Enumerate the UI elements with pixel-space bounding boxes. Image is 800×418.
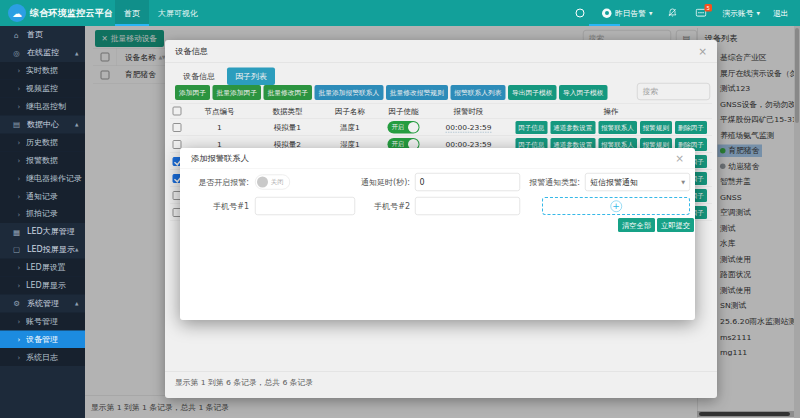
alarm-avatar-icon — [602, 8, 612, 18]
sidebar-item[interactable]: ▤ 数据中心 ▲ — [0, 115, 85, 133]
sidebar-item-icon: ▦ — [10, 227, 23, 236]
sidebar-item-icon: › — [15, 138, 23, 146]
sidebar-item-label: 通知记录 — [26, 191, 58, 202]
sidebar-item-icon: › — [15, 174, 23, 182]
plus-icon: + — [610, 200, 622, 212]
chevron-down-icon: ▼ — [681, 179, 685, 185]
collapse-caret-icon: ▲ — [75, 301, 78, 306]
sidebar-item[interactable]: › LED屏显示 ▲ — [0, 277, 85, 295]
sidebar-item-label: LED投屏显示 — [27, 244, 75, 255]
sidebar-item-icon: ⌂ — [10, 30, 23, 39]
sidebar-item-label: 实时数据 — [26, 65, 58, 76]
sidebar-item-label: 在线监控 — [27, 48, 59, 59]
sidebar-item-icon: › — [15, 210, 23, 218]
sidebar: ⌂ 首页 ▲ ◎ 在线监控 ▲ › 实时数据 ▲ › 视频监控 ▲ › 继电器控… — [0, 26, 85, 418]
collapse-caret-icon: ▲ — [75, 50, 78, 55]
close-icon[interactable]: × — [675, 153, 684, 164]
sidebar-item[interactable]: › 视频监控 ▲ — [0, 80, 85, 98]
sidebar-item-icon: › — [15, 282, 23, 290]
phone1-label: 手机号#1 — [188, 197, 249, 215]
alarm-menu-label: 昨日告警 — [615, 8, 646, 19]
sidebar-item[interactable]: › 通知记录 ▲ — [0, 187, 85, 205]
sidebar-item-label: LED大屏管理 — [27, 227, 75, 238]
sidebar-item-icon: › — [15, 192, 23, 200]
sidebar-item-label: 系统管理 — [27, 298, 59, 309]
sidebar-item[interactable]: › 报警数据 ▲ — [0, 151, 85, 169]
add-alarm-contact-modal: 添加报警联系人 × 是否开启报警: 关闭 通知延时(秒): 报警通知类型: 短信… — [180, 148, 695, 320]
modal-title: 添加报警联系人 — [191, 153, 675, 164]
sidebar-item-icon: › — [15, 85, 23, 93]
sidebar-item-label: 视频监控 — [26, 83, 58, 94]
sidebar-item[interactable]: ⌂ 首页 ▲ — [0, 26, 85, 44]
sidebar-item-label: 系统日志 — [26, 352, 58, 363]
sidebar-item[interactable]: › 历史数据 ▲ — [0, 133, 85, 151]
notify-interval-input[interactable] — [415, 173, 520, 191]
collapse-caret-icon: ▲ — [75, 247, 78, 252]
app-header: ☁ 综合环境监控云平台 首页大屏可视化 昨日告警 ▼ 5 演示账号 ▼ — [0, 0, 800, 26]
phone2-label: 手机号#2 — [340, 197, 410, 215]
sidebar-item-icon: › — [15, 317, 23, 325]
sidebar-item[interactable]: ◎ 在线监控 ▲ — [0, 44, 85, 62]
submit-button[interactable]: 立即提交 — [657, 218, 694, 232]
sidebar-item[interactable]: ⚙ 系统管理 ▲ — [0, 294, 85, 312]
alarm-menu[interactable]: 昨日告警 ▼ — [602, 0, 652, 26]
sidebar-item-label: 首页 — [27, 30, 43, 41]
sidebar-item[interactable]: › 设备管理 ▲ — [0, 330, 85, 348]
sidebar-item-label: 账号管理 — [26, 316, 58, 327]
sidebar-item[interactable]: › 账号管理 ▲ — [0, 312, 85, 330]
nav-item[interactable]: 大屏可视化 — [149, 0, 207, 26]
chevron-down-icon: ▼ — [649, 11, 652, 16]
cloud-logo-icon: ☁ — [8, 4, 26, 22]
account-label: 演示账号 — [723, 8, 754, 19]
sidebar-item-icon: ⚙ — [10, 299, 23, 308]
sidebar-item-label: 抓拍记录 — [26, 209, 58, 220]
header-nav: 首页大屏可视化 — [115, 0, 207, 26]
sidebar-item-icon: › — [15, 67, 23, 75]
app-title: 综合环境监控云平台 — [30, 0, 113, 26]
sidebar-item-label: 设备管理 — [26, 334, 58, 345]
sidebar-item[interactable]: › 系统日志 ▲ — [0, 348, 85, 366]
collapse-caret-icon: ▲ — [75, 122, 78, 127]
main-content: ✕批量移动设备 ▤ 设备名称▲▼ 育肥猪舍 显示第 1 到第 1 条记录，总共 … — [85, 26, 800, 418]
phone2-input[interactable] — [415, 197, 520, 215]
logout-button[interactable]: 退出 — [773, 8, 789, 19]
sidebar-item-icon: › — [15, 103, 23, 111]
message-icon[interactable]: 5 — [696, 9, 707, 18]
chevron-down-icon: ▼ — [757, 11, 760, 16]
enable-alarm-toggle[interactable]: 关闭 — [255, 175, 290, 190]
enable-alarm-label: 是否开启报警: — [188, 173, 249, 191]
notify-interval-label: 通知延时(秒): — [340, 173, 410, 191]
sidebar-item[interactable]: ▦ LED大屏管理 ▲ — [0, 223, 85, 241]
account-menu[interactable]: 演示账号 ▼ — [723, 0, 760, 26]
sidebar-item-label: 继电器控制 — [26, 101, 66, 112]
sidebar-item[interactable]: › 继电器操作记录 ▲ — [0, 169, 85, 187]
message-badge: 5 — [705, 4, 713, 12]
sidebar-item-icon: › — [15, 156, 23, 164]
sidebar-item-icon: ▢ — [10, 245, 23, 254]
sidebar-item-icon: › — [15, 264, 23, 272]
sidebar-item-icon: ◎ — [10, 48, 23, 57]
sidebar-item[interactable]: › 继电器控制 ▲ — [0, 98, 85, 116]
page: ☁ 综合环境监控云平台 首页大屏可视化 昨日告警 ▼ 5 演示账号 ▼ — [0, 0, 800, 418]
sidebar-item-label: 继电器操作记录 — [26, 173, 82, 184]
sidebar-item-label: LED屏设置 — [26, 262, 66, 273]
clear-all-button[interactable]: 清空全部 — [618, 218, 655, 232]
sidebar-item-label: 数据中心 — [27, 119, 59, 130]
sidebar-item-label: LED屏显示 — [26, 280, 66, 291]
fullscreen-icon[interactable] — [576, 9, 585, 18]
sidebar-item[interactable]: ▢ LED投屏显示 ▲ — [0, 241, 85, 259]
sidebar-item[interactable]: › 实时数据 ▲ — [0, 62, 85, 80]
sidebar-item-icon: › — [15, 335, 23, 343]
sidebar-item-icon: › — [15, 353, 23, 361]
alarm-type-select[interactable]: 短信报警通知▼ — [585, 173, 690, 191]
alarm-type-label: 报警通知类型: — [510, 173, 580, 191]
nav-item[interactable]: 首页 — [115, 0, 149, 26]
sidebar-item-label: 报警数据 — [26, 155, 58, 166]
sidebar-item[interactable]: › 抓拍记录 ▲ — [0, 205, 85, 223]
sidebar-item[interactable]: › LED屏设置 ▲ — [0, 259, 85, 277]
sidebar-item-label: 历史数据 — [26, 137, 58, 148]
sidebar-item-icon: ▤ — [10, 120, 23, 129]
viewport: ☁ 综合环境监控云平台 首页大屏可视化 昨日告警 ▼ 5 演示账号 ▼ — [0, 0, 800, 418]
add-phone-button[interactable]: + — [542, 197, 690, 215]
bell-mute-icon[interactable] — [668, 8, 678, 18]
